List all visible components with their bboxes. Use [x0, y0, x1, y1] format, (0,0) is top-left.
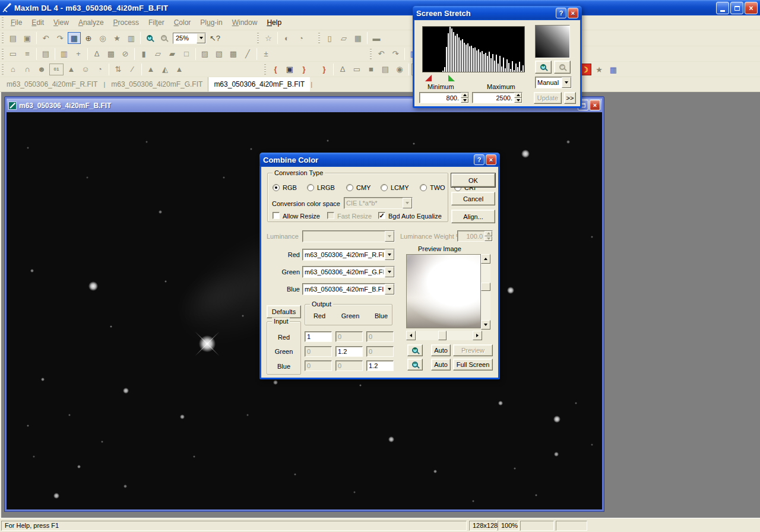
- maximum-up-button[interactable]: [514, 93, 522, 98]
- dropdown-arrow-icon[interactable]: [385, 284, 394, 294]
- dropdown-arrow-icon[interactable]: [562, 77, 571, 88]
- preview-zoom-in-button[interactable]: +: [407, 344, 423, 356]
- color-space-dropdown[interactable]: CIE L*a*b*: [344, 197, 413, 209]
- flat-field-icon[interactable]: ▨: [198, 48, 211, 60]
- cancel-button[interactable]: Cancel: [451, 192, 495, 205]
- menu-edit[interactable]: Edit: [27, 17, 49, 28]
- flip-icon[interactable]: ⇅: [112, 64, 125, 75]
- smiley-icon[interactable]: ☺: [79, 64, 92, 75]
- stack-icon[interactable]: ▱: [151, 48, 164, 60]
- pan-icon[interactable]: ◎: [96, 32, 109, 44]
- new-document-icon[interactable]: ▯: [323, 32, 336, 44]
- toolbar-gripper[interactable]: [257, 33, 259, 43]
- ok-button[interactable]: OK: [451, 173, 495, 187]
- toolbar-gripper[interactable]: [370, 49, 372, 59]
- defaults-button[interactable]: Defaults: [267, 305, 301, 318]
- menu-analyze[interactable]: Analyze: [74, 17, 109, 28]
- open-icon[interactable]: ▤: [7, 32, 20, 44]
- close-button[interactable]: ×: [745, 2, 758, 14]
- align-button[interactable]: Align...: [451, 210, 495, 223]
- menu-filter[interactable]: Filter: [144, 17, 169, 28]
- track-icon[interactable]: ◐: [280, 32, 293, 44]
- redo-icon[interactable]: ↷: [53, 32, 66, 44]
- scroll-left-button[interactable]: [406, 331, 416, 340]
- screen-stretch-icon[interactable]: ▦: [68, 32, 81, 44]
- combine-color-dialog[interactable]: Combine Color ? × Conversion Type RGBLRG…: [259, 153, 500, 379]
- minimum-up-button[interactable]: [461, 93, 468, 98]
- brace-close-icon[interactable]: }: [297, 64, 311, 75]
- scroll-up-button[interactable]: [481, 254, 490, 264]
- luminance-weight-spinbox[interactable]: 100.0: [457, 230, 493, 242]
- minimum-down-button[interactable]: [461, 98, 468, 103]
- menu-gripper[interactable]: [2, 17, 4, 28]
- image-close-button[interactable]: ×: [590, 100, 600, 110]
- sharpen-icon[interactable]: ◭: [159, 64, 172, 75]
- save-icon[interactable]: ▣: [21, 32, 34, 44]
- update-button[interactable]: Update: [534, 92, 562, 104]
- toolbar-gripper[interactable]: [2, 33, 4, 43]
- preview-zoom-out-button[interactable]: −: [407, 359, 423, 370]
- tile-windows-icon[interactable]: ▦: [352, 32, 365, 44]
- help-button[interactable]: ?: [556, 8, 566, 18]
- radio-lcmy[interactable]: LCMY: [381, 184, 409, 191]
- dropdown-arrow-icon[interactable]: [385, 249, 394, 260]
- maximum-down-button[interactable]: [514, 98, 522, 103]
- zoom-dropdown-arrow-icon[interactable]: [197, 33, 205, 43]
- screen-stretch-titlebar[interactable]: Screen Stretch ? ×: [413, 6, 582, 20]
- tab-2[interactable]: m63_050306_4i20mF_G.FIT: [106, 77, 208, 91]
- dropdown-arrow-icon[interactable]: [385, 267, 394, 277]
- pattern-icon[interactable]: ▩: [104, 48, 118, 60]
- brace-open-icon[interactable]: {: [269, 64, 282, 75]
- information-icon[interactable]: ≡: [21, 48, 34, 60]
- scroll-down-button[interactable]: [481, 320, 490, 330]
- layout-grid-icon[interactable]: ▦: [607, 64, 620, 75]
- guide-icon[interactable]: ◔: [294, 32, 308, 44]
- redo-edit-icon[interactable]: ↷: [389, 48, 402, 60]
- histogram[interactable]: [422, 26, 525, 72]
- bias-frame-icon[interactable]: ▩: [227, 48, 240, 60]
- expand-button[interactable]: >>: [564, 92, 576, 104]
- matrix-cell-r2c2[interactable]: 1.2: [335, 346, 363, 357]
- undo-icon[interactable]: ↶: [39, 32, 52, 44]
- channel-dropdown-red[interactable]: m63_050306_4i20mF_R.FIT: [302, 249, 395, 261]
- no-filter-icon[interactable]: ⊘: [119, 48, 132, 60]
- auto-background-button[interactable]: Auto: [431, 344, 451, 356]
- minimize-button[interactable]: [716, 2, 729, 14]
- pie-icon[interactable]: ◔: [93, 64, 106, 75]
- minimum-spinbox[interactable]: 800.: [419, 92, 469, 103]
- zoom-in-icon[interactable]: +: [143, 32, 156, 44]
- vertical-scroll-thumb[interactable]: [481, 283, 490, 291]
- radio-rgb[interactable]: RGB: [273, 184, 297, 191]
- frame-icon[interactable]: ▣: [283, 64, 296, 75]
- dark-frame-icon[interactable]: ▧: [213, 48, 226, 60]
- menu-process[interactable]: Process: [109, 17, 144, 28]
- open-file-icon[interactable]: ▱: [337, 32, 350, 44]
- toolbar-gripper[interactable]: [264, 64, 266, 75]
- context-help-icon[interactable]: ↖?: [208, 32, 221, 44]
- dome-icon[interactable]: ∩: [21, 64, 34, 75]
- maximum-marker[interactable]: [448, 75, 455, 81]
- crosshair-icon[interactable]: ⊕: [82, 32, 95, 44]
- preview-image[interactable]: [406, 254, 481, 328]
- duplicate-icon[interactable]: ▥: [58, 48, 71, 60]
- close-brace-icon[interactable]: }: [318, 64, 331, 75]
- smooth-icon[interactable]: ▲: [173, 64, 186, 75]
- observatory-icon[interactable]: ★: [593, 64, 606, 75]
- checkbox-bgd-auto-equalize[interactable]: ✓: [378, 212, 385, 219]
- minimum-marker[interactable]: [425, 75, 432, 81]
- tab-1[interactable]: m63_050306_4i20mF_R.FIT: [1, 77, 103, 91]
- fullscreen-button[interactable]: Full Screen: [453, 359, 493, 370]
- camera-control-icon[interactable]: ⌂: [7, 64, 20, 75]
- print-icon[interactable]: ▤: [379, 64, 392, 75]
- toolbar-gripper[interactable]: [2, 49, 4, 59]
- weight-down-button[interactable]: [484, 236, 492, 242]
- combine-icon[interactable]: ▰: [166, 48, 179, 60]
- rotate-icon[interactable]: ∕: [126, 64, 139, 75]
- matrix-cell-r3c3[interactable]: 1.2: [366, 360, 394, 371]
- snapshot-icon[interactable]: ◉: [393, 64, 406, 75]
- blank-frame-icon[interactable]: □: [180, 48, 193, 60]
- menu-view[interactable]: View: [49, 17, 74, 28]
- channel-dropdown-green[interactable]: m63_050306_4i20mF_G.FIT: [302, 266, 395, 278]
- information-window-icon[interactable]: ▥: [125, 32, 138, 44]
- slew-pointer-icon[interactable]: ☆: [262, 32, 275, 44]
